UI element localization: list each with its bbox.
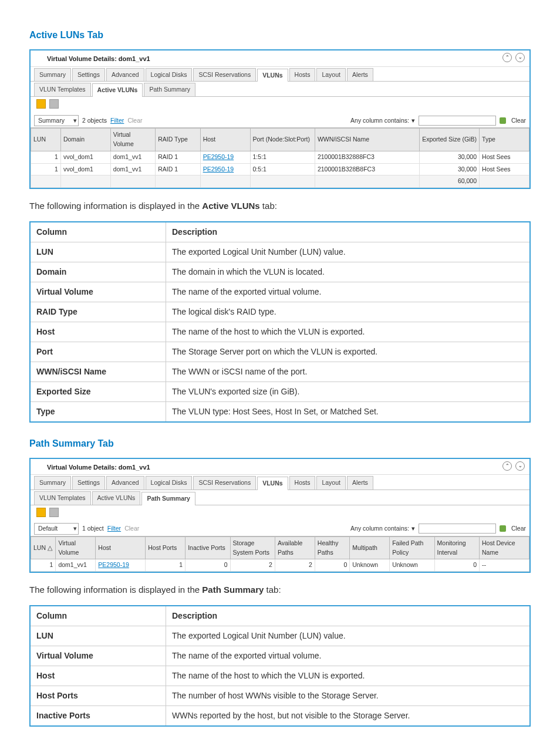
table-row[interactable]: 1 vvol_dom1 dom1_vv1 RAID 1 PE2950-19 0:… xyxy=(31,163,529,175)
panel-title-text: Virtual Volume Details: dom1_vv1 xyxy=(47,55,150,62)
view-combo[interactable]: Default xyxy=(34,523,79,535)
tab-advanced[interactable]: Advanced xyxy=(106,476,144,490)
col-healthy-paths[interactable]: Healthy Paths xyxy=(315,536,349,559)
col-host[interactable]: Host xyxy=(200,129,250,151)
section2-desc-table: ColumnDescription LUNThe exported Logica… xyxy=(29,605,531,727)
col-wwn[interactable]: WWN/iSCSI Name xyxy=(315,129,419,151)
tab-logical-disks[interactable]: Logical Disks xyxy=(146,68,193,82)
col-failed-policy[interactable]: Failed Path Policy xyxy=(390,536,434,559)
clear-link: Clear xyxy=(124,524,139,534)
table-row[interactable]: 1 vvol_dom1 dom1_vv1 RAID 1 PE2950-19 1:… xyxy=(31,151,529,163)
section1-intro: The following information is displayed i… xyxy=(29,200,531,213)
col-domain[interactable]: Domain xyxy=(60,129,110,151)
print-icon[interactable] xyxy=(49,99,59,109)
col-vv[interactable]: Virtual Volume xyxy=(56,536,96,559)
clear-link: Clear xyxy=(127,116,142,126)
section2-intro: The following information is displayed i… xyxy=(29,583,531,597)
tab-settings[interactable]: Settings xyxy=(72,476,105,490)
collapse-down-icon[interactable]: ⌄ xyxy=(515,461,525,471)
panel-title: Virtual Volume Details: dom1_vv1 ⌃ ⌄ xyxy=(31,50,529,67)
collapse-down-icon[interactable]: ⌄ xyxy=(515,53,525,62)
col-multipath[interactable]: Multipath xyxy=(350,536,390,559)
table-footer: 60,000 xyxy=(31,175,529,188)
anycol-label: Any column contains:▾ xyxy=(350,524,415,534)
col-lun[interactable]: LUN △ xyxy=(31,536,56,559)
subtab-active-vluns[interactable]: Active VLUNs xyxy=(92,83,143,97)
sub-tabs-2: VLUN Templates Active VLUNs Path Summary xyxy=(31,490,529,505)
view-combo[interactable]: Summary xyxy=(34,115,79,127)
section2-heading: Path Summary Tab xyxy=(29,437,531,451)
tab-settings[interactable]: Settings xyxy=(72,68,105,82)
subtab-vlun-templates[interactable]: VLUN Templates xyxy=(34,83,91,96)
table-row[interactable]: 1 dom1_vv1 PE2950-19 1 0 2 2 0 Unknown U… xyxy=(31,559,529,572)
icon-row xyxy=(31,97,529,114)
col-host[interactable]: Host xyxy=(96,536,146,559)
filter-toolbar-2: Default 1 object Filter Clear Any column… xyxy=(31,522,529,536)
tab-vluns[interactable]: VLUNs xyxy=(257,69,288,82)
section1-heading: Active LUNs Tab xyxy=(29,28,531,42)
object-count: 1 object xyxy=(82,524,104,534)
col-type[interactable]: Type xyxy=(480,129,529,151)
filter-link[interactable]: Filter xyxy=(110,116,124,126)
tab-scsi-reservations[interactable]: SCSI Reservations xyxy=(193,476,256,490)
tab-layout[interactable]: Layout xyxy=(316,68,346,82)
tab-scsi-reservations[interactable]: SCSI Reservations xyxy=(193,68,256,82)
col-raid[interactable]: RAID Type xyxy=(156,129,200,151)
icon-row-2 xyxy=(31,505,529,522)
filter-toolbar: Summary 2 objects Filter Clear Any colum… xyxy=(31,114,529,129)
sub-tabs: VLUN Templates Active VLUNs Path Summary xyxy=(31,82,529,97)
subtab-vlun-templates[interactable]: VLUN Templates xyxy=(34,491,91,505)
object-count: 2 objects xyxy=(82,116,107,126)
search-input[interactable] xyxy=(419,524,496,534)
panel-active-vluns: Virtual Volume Details: dom1_vv1 ⌃ ⌄ Sum… xyxy=(29,49,531,189)
print-icon[interactable] xyxy=(49,508,59,517)
clear-button[interactable]: Clear xyxy=(511,524,526,534)
col-vv[interactable]: Virtual Volume xyxy=(110,129,155,151)
tab-alerts[interactable]: Alerts xyxy=(347,476,373,490)
clear-button[interactable]: Clear xyxy=(511,116,526,126)
tab-alerts[interactable]: Alerts xyxy=(347,68,373,82)
col-monitoring[interactable]: Monitoring Interval xyxy=(434,536,479,559)
subtab-path-summary[interactable]: Path Summary xyxy=(144,83,195,96)
col-inactive-ports[interactable]: Inactive Ports xyxy=(185,536,230,559)
tab-hosts[interactable]: Hosts xyxy=(289,476,316,490)
refresh-icon[interactable] xyxy=(36,508,46,517)
tab-hosts[interactable]: Hosts xyxy=(289,68,316,82)
main-tabs-2: Summary Settings Advanced Logical Disks … xyxy=(31,475,529,490)
tab-summary[interactable]: Summary xyxy=(34,476,71,490)
pin-icon[interactable] xyxy=(500,525,506,532)
panel2-title: Virtual Volume Details: dom1_vv1 ⌃ ⌄ xyxy=(31,459,529,475)
tab-vluns[interactable]: VLUNs xyxy=(257,477,288,490)
subtab-active-vluns[interactable]: Active VLUNs xyxy=(92,491,141,505)
col-host-ports[interactable]: Host Ports xyxy=(146,536,185,559)
tab-summary[interactable]: Summary xyxy=(34,68,71,82)
vluns-table: LUN Domain Virtual Volume RAID Type Host… xyxy=(31,128,529,188)
path-summary-table: LUN △ Virtual Volume Host Host Ports Ina… xyxy=(31,536,529,572)
col-host-device[interactable]: Host Device Name xyxy=(480,536,529,559)
refresh-icon[interactable] xyxy=(36,99,46,109)
collapse-up-icon[interactable]: ⌃ xyxy=(502,461,512,471)
anycol-label: Any column contains:▾ xyxy=(350,116,415,126)
col-port[interactable]: Port (Node:Slot:Port) xyxy=(250,129,315,151)
collapse-up-icon[interactable]: ⌃ xyxy=(502,53,512,62)
col-avail-paths[interactable]: Available Paths xyxy=(275,536,315,559)
section1-desc-table: ColumnDescription LUNThe exported Logica… xyxy=(29,221,531,423)
pin-icon[interactable] xyxy=(500,117,506,124)
main-tabs: Summary Settings Advanced Logical Disks … xyxy=(31,67,529,82)
col-storage-ports[interactable]: Storage System Ports xyxy=(230,536,275,559)
tab-logical-disks[interactable]: Logical Disks xyxy=(146,476,193,490)
col-lun[interactable]: LUN xyxy=(31,129,61,151)
tab-advanced[interactable]: Advanced xyxy=(106,68,144,82)
filter-link[interactable]: Filter xyxy=(107,524,121,534)
panel-path-summary: Virtual Volume Details: dom1_vv1 ⌃ ⌄ Sum… xyxy=(29,458,531,573)
subtab-path-summary[interactable]: Path Summary xyxy=(141,492,195,505)
tab-layout[interactable]: Layout xyxy=(316,476,346,490)
search-input[interactable] xyxy=(419,116,496,126)
col-size[interactable]: Exported Size (GiB) xyxy=(420,129,480,151)
